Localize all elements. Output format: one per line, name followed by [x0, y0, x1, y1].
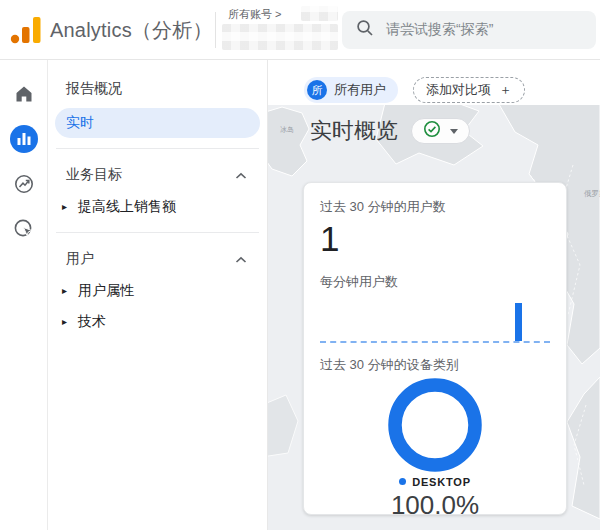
- nav-item-label: 实时: [66, 114, 94, 132]
- triangle-right-icon: ▸: [62, 285, 78, 296]
- nav-item-label: 报告概况: [66, 80, 122, 98]
- search-icon: [356, 19, 374, 41]
- nav-divider: [56, 232, 259, 233]
- reports-icon[interactable]: [10, 125, 38, 153]
- chevron-up-icon: [235, 251, 247, 267]
- check-circle-icon: [423, 120, 441, 142]
- nav-section-label: 用户: [66, 250, 94, 268]
- legend-dot-icon: [399, 478, 406, 485]
- explore-icon[interactable]: [10, 170, 38, 198]
- comparison-chips-row: 所 所有用户 添加对比项 ＋: [304, 77, 525, 103]
- advertising-icon[interactable]: [10, 215, 38, 243]
- nav-item-reports-snapshot[interactable]: 报告概况: [48, 74, 267, 104]
- realtime-overview-card: 过去 30 分钟的用户数 1 每分钟用户数 过去 30 分钟的设备类别 DESK…: [303, 182, 567, 515]
- nav-section-label: 业务目标: [66, 166, 122, 184]
- audience-avatar: 所: [307, 80, 327, 100]
- donut-legend: DESKTOP: [320, 476, 550, 488]
- nav-section-business-objectives[interactable]: 业务目标: [48, 159, 267, 191]
- nav-item-label: 技术: [78, 313, 106, 331]
- all-users-chip[interactable]: 所 所有用户: [304, 77, 398, 103]
- nav-item-label: 提高线上销售额: [78, 198, 176, 216]
- users-per-minute-label: 每分钟用户数: [320, 273, 550, 291]
- device-donut-chart: [320, 378, 550, 476]
- home-icon[interactable]: [10, 80, 38, 108]
- device-percent: 100.0%: [320, 490, 550, 515]
- users-30min-label: 过去 30 分钟的用户数: [320, 198, 550, 216]
- search-placeholder: 请尝试搜索“探索”: [386, 21, 493, 39]
- search-bar[interactable]: 请尝试搜索“探索”: [342, 11, 596, 49]
- blurred-account-name-fragment: [301, 6, 338, 21]
- nav-item-drive-online-sales[interactable]: ▸ 提高线上销售额: [48, 191, 267, 222]
- add-comparison-label: 添加对比项: [426, 81, 491, 99]
- users-30min-value: 1: [320, 221, 550, 258]
- chevron-up-icon: [235, 167, 247, 183]
- map-label-russia: 俄罗斯: [584, 189, 600, 198]
- left-rail: [0, 60, 48, 530]
- blurred-account-name: [222, 24, 338, 50]
- users-per-minute-bars: [320, 297, 550, 343]
- caret-down-icon: [450, 129, 458, 134]
- device-category-label: 过去 30 分钟的设备类别: [320, 356, 550, 374]
- triangle-right-icon: ▸: [62, 201, 78, 212]
- page-title-row: 实时概览: [310, 116, 470, 146]
- map-label-iceland: 冰岛: [280, 126, 294, 133]
- audience-label: 所有用户: [334, 81, 386, 99]
- legend-label: DESKTOP: [412, 476, 471, 488]
- nav-item-realtime[interactable]: 实时: [55, 108, 260, 138]
- page-title: 实时概览: [310, 116, 398, 146]
- nav-item-label: 用户属性: [78, 282, 134, 300]
- report-status-dropdown[interactable]: [411, 118, 470, 144]
- nav-item-user-attributes[interactable]: ▸ 用户属性: [48, 275, 267, 306]
- main-content: 冰岛 俄罗斯 所 所有用户 添加对比项 ＋ 实时概览: [268, 60, 600, 530]
- app-header: Analytics（分析） 所有账号 > 请尝试搜索“探索”: [0, 0, 600, 60]
- ga-window: Analytics（分析） 所有账号 > 请尝试搜索“探索”: [0, 0, 600, 530]
- donut-ring: [395, 385, 475, 465]
- add-comparison-chip[interactable]: 添加对比项 ＋: [413, 77, 525, 103]
- account-breadcrumb[interactable]: 所有账号 >: [228, 7, 281, 22]
- header-divider: [215, 12, 216, 48]
- app-title: Analytics（分析）: [50, 17, 213, 44]
- nav-item-tech[interactable]: ▸ 技术: [48, 306, 267, 337]
- analytics-logo-icon[interactable]: [9, 15, 43, 45]
- triangle-right-icon: ▸: [62, 316, 78, 327]
- nav-section-user[interactable]: 用户: [48, 243, 267, 275]
- nav-divider: [56, 148, 259, 149]
- report-nav: 报告概况 实时 业务目标 ▸ 提高线上销售额 用户: [48, 60, 268, 530]
- plus-icon: ＋: [499, 81, 512, 99]
